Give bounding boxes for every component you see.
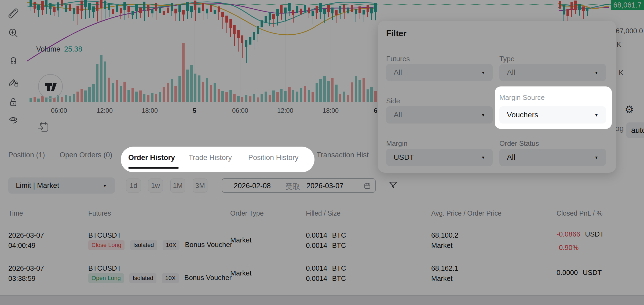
tab-position-history[interactable]: Position History [248,154,299,162]
tab-trade-history[interactable]: Trade History [189,154,232,162]
tour-dim-overlay [0,0,644,305]
trading-app: 68,061.7 67,000.0 K K Volume25.38 ‹ 06:0… [0,0,644,305]
margin-source-dropdown[interactable]: Vouchers ▼ [499,106,606,124]
chevron-down-icon: ▼ [594,113,598,117]
active-tab-underline [128,167,179,169]
margin-source-spotlight: Margin Source Vouchers ▼ [495,86,612,129]
tabs-spotlight: Order History Trade History Position His… [121,147,314,172]
tab-order-history[interactable]: Order History [128,154,175,162]
margin-source-label: Margin Source [499,93,545,102]
